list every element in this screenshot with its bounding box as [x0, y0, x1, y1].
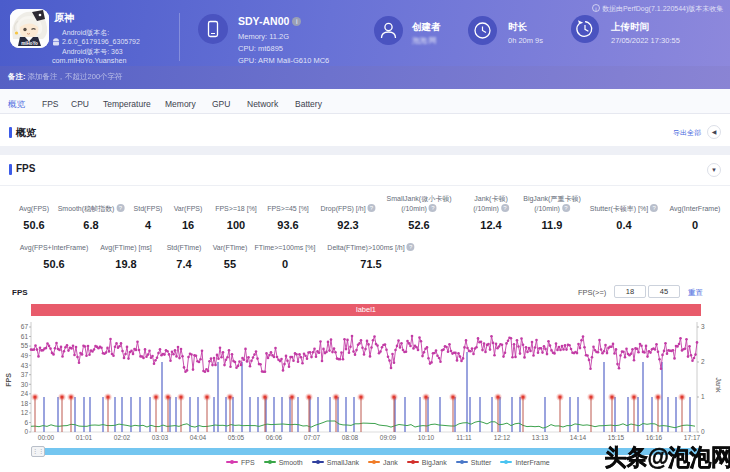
svg-text:00:00: 00:00: [38, 434, 55, 441]
svg-text:FPS: FPS: [5, 373, 12, 387]
svg-text:11:11: 11:11: [456, 434, 472, 441]
svg-text:16:16: 16:16: [646, 434, 663, 441]
svg-text:13:13: 13:13: [532, 434, 549, 441]
svg-text:61: 61: [21, 333, 29, 340]
svg-text:55: 55: [21, 342, 29, 349]
svg-text:05:05: 05:05: [228, 434, 245, 441]
svg-text:06:06: 06:06: [266, 434, 283, 441]
svg-text:14:14: 14:14: [570, 434, 587, 441]
svg-text:12: 12: [21, 409, 29, 416]
svg-text:37: 37: [21, 371, 29, 378]
svg-text:15:15: 15:15: [608, 434, 625, 441]
svg-text:04:04: 04:04: [190, 434, 207, 441]
svg-text:0: 0: [24, 428, 28, 435]
svg-text:18: 18: [21, 400, 29, 407]
svg-text:6: 6: [24, 419, 28, 426]
svg-text:03:03: 03:03: [152, 434, 169, 441]
svg-text:67: 67: [21, 323, 29, 330]
svg-text:30: 30: [21, 381, 29, 388]
svg-text:43: 43: [21, 362, 29, 369]
svg-text:0: 0: [701, 428, 705, 435]
svg-text:01:01: 01:01: [76, 434, 93, 441]
svg-text:Jank: Jank: [715, 378, 722, 393]
svg-text:10:10: 10:10: [418, 434, 435, 441]
svg-text:3: 3: [701, 323, 705, 330]
svg-text:49: 49: [21, 352, 29, 359]
svg-text:1: 1: [701, 393, 705, 400]
svg-text:24: 24: [21, 390, 29, 397]
svg-text:2: 2: [701, 358, 705, 365]
svg-text:08:08: 08:08: [342, 434, 359, 441]
svg-text:12:12: 12:12: [494, 434, 511, 441]
svg-text:02:02: 02:02: [114, 434, 131, 441]
svg-text:17:17: 17:17: [684, 434, 701, 441]
svg-text:07:07: 07:07: [304, 434, 321, 441]
svg-text:09:09: 09:09: [380, 434, 397, 441]
